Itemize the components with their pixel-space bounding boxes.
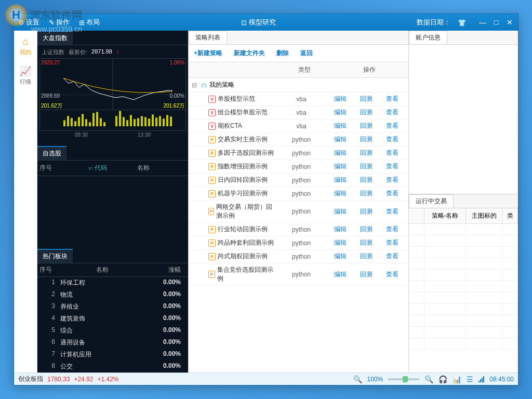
hot-sector-row[interactable]: 1环保工程0.00%	[37, 277, 188, 289]
collapse-icon[interactable]: ⊟	[192, 82, 199, 89]
col-code[interactable]: ≡↑代码	[88, 164, 137, 172]
strategy-row[interactable]: V单股模型示范vba编辑回测查看	[189, 92, 408, 106]
theme-icon[interactable]: 👕	[458, 19, 466, 26]
svg-rect-17	[126, 120, 128, 126]
file-type-icon: P	[208, 190, 216, 197]
strategy-row[interactable]: P网格交易（期货）回测示例python编辑回测查看	[189, 201, 408, 223]
strategy-row[interactable]: P跨式期权回测示例python编辑回测查看	[189, 250, 408, 263]
zoom-slider[interactable]	[388, 378, 419, 380]
zoom-in-icon[interactable]: 🔍	[424, 375, 433, 383]
edit-link[interactable]: 编辑	[334, 162, 347, 171]
minimize-button[interactable]: —	[478, 18, 487, 26]
strategy-row[interactable]: P机器学习回测示例python编辑回测查看	[189, 187, 408, 201]
zoom-out-icon[interactable]: 🔍	[353, 375, 362, 383]
edit-link[interactable]: 编辑	[334, 252, 347, 261]
edit-link[interactable]: 编辑	[334, 122, 347, 130]
new-strategy-button[interactable]: +新建策略	[194, 49, 222, 58]
strategy-row[interactable]: P集合竞价选股回测示例python编辑回测查看	[189, 263, 408, 286]
edit-link[interactable]: 编辑	[334, 189, 347, 198]
backtest-link[interactable]: 回测	[360, 122, 373, 130]
back-button[interactable]: 返回	[300, 49, 313, 58]
backtest-link[interactable]: 回测	[360, 162, 373, 171]
status-index-value: 1780.33	[47, 376, 70, 383]
col-name[interactable]: 名称	[137, 164, 186, 172]
edit-link[interactable]: 编辑	[334, 149, 347, 157]
close-button[interactable]: ✕	[506, 18, 514, 26]
maximize-button[interactable]: □	[492, 18, 500, 26]
edit-link[interactable]: 编辑	[334, 270, 347, 279]
strategy-row[interactable]: P指数增强回测示例python编辑回测查看	[189, 160, 408, 174]
strategy-row[interactable]: P行业轮动回测示例python编辑回测查看	[189, 223, 408, 236]
strategy-row[interactable]: P日内回转回测示例python编辑回测查看	[189, 174, 408, 187]
edit-link[interactable]: 编辑	[334, 176, 347, 184]
watermark-text: 河东软件网	[30, 8, 82, 22]
strategy-row[interactable]: V期权CTAvba编辑回测查看	[189, 119, 408, 133]
view-link[interactable]: 查看	[386, 176, 398, 184]
left-nav: ⌂ 我的 📈 行情	[14, 31, 37, 373]
svg-rect-13	[103, 122, 105, 126]
watchlist-tab[interactable]: 自选股	[37, 146, 66, 160]
view-link[interactable]: 查看	[386, 225, 398, 234]
index-price: 2871.98	[91, 48, 112, 56]
edit-link[interactable]: 编辑	[334, 225, 347, 234]
backtest-link[interactable]: 回测	[360, 238, 373, 247]
edit-link[interactable]: 编辑	[334, 207, 347, 216]
hot-sector-row[interactable]: 2物流0.00%	[37, 289, 188, 301]
hot-sector-row[interactable]: 7计算机应用0.00%	[37, 349, 188, 361]
status-index-pct: +1.42%	[97, 376, 118, 383]
backtest-link[interactable]: 回测	[360, 135, 373, 144]
backtest-link[interactable]: 回测	[360, 207, 373, 216]
view-link[interactable]: 查看	[386, 238, 398, 247]
hot-sector-row[interactable]: 4建筑装饰0.00%	[37, 313, 188, 325]
backtest-link[interactable]: 回测	[360, 225, 373, 234]
view-link[interactable]: 查看	[386, 95, 398, 103]
backtest-link[interactable]: 回测	[360, 176, 373, 184]
nav-my[interactable]: ⌂ 我的	[20, 36, 31, 56]
chart-vol-r: 201.62万	[163, 102, 184, 110]
view-link[interactable]: 查看	[386, 108, 398, 117]
chart-midpct: 0.00%	[170, 93, 184, 99]
hot-sector-row[interactable]: 8公交0.00%	[37, 361, 188, 373]
chart-toggle-icon[interactable]: 📊	[453, 375, 461, 383]
edit-link[interactable]: 编辑	[334, 108, 347, 117]
hot-sector-row[interactable]: 3养殖业0.00%	[37, 301, 188, 313]
edit-link[interactable]: 编辑	[334, 135, 347, 144]
view-link[interactable]: 查看	[386, 135, 398, 144]
view-link[interactable]: 查看	[386, 252, 398, 261]
backtest-link[interactable]: 回测	[360, 189, 373, 198]
view-link[interactable]: 查看	[386, 207, 398, 216]
running-body	[409, 224, 518, 373]
hot-sector-row[interactable]: 5综合0.00%	[37, 325, 188, 337]
strategy-list-tab[interactable]: 策略列表	[189, 31, 227, 44]
edit-link[interactable]: 编辑	[334, 238, 347, 247]
view-link[interactable]: 查看	[386, 149, 398, 157]
file-type-icon: P	[208, 177, 216, 184]
view-link[interactable]: 查看	[386, 122, 398, 130]
backtest-link[interactable]: 回测	[360, 252, 373, 261]
backtest-link[interactable]: 回测	[360, 108, 373, 117]
backtest-link[interactable]: 回测	[360, 270, 373, 279]
list-icon[interactable]: ☰	[467, 375, 473, 383]
delete-button[interactable]: 删除	[276, 49, 289, 58]
svg-rect-20	[137, 118, 139, 126]
headset-icon[interactable]: 🎧	[438, 375, 447, 383]
app-title-icon: ⊡	[241, 19, 247, 26]
view-link[interactable]: 查看	[386, 270, 398, 279]
backtest-link[interactable]: 回测	[360, 95, 373, 103]
strategy-root-folder[interactable]: ⊟ 🗀 我的策略	[189, 78, 408, 92]
new-folder-button[interactable]: 新建文件夹	[234, 49, 265, 58]
strategy-row[interactable]: P交易实时主推示例python编辑回测查看	[189, 133, 408, 147]
strategy-row[interactable]: P跨品种套利回测示例python编辑回测查看	[189, 236, 408, 250]
account-info-tab[interactable]: 账户信息	[409, 31, 447, 44]
backtest-link[interactable]: 回测	[360, 149, 373, 157]
running-trades-tab[interactable]: 运行中交易	[409, 194, 454, 208]
nav-market[interactable]: 📈 行情	[20, 65, 31, 86]
hot-sector-row[interactable]: 6通用设备0.00%	[37, 337, 188, 349]
view-link[interactable]: 查看	[386, 189, 398, 198]
col-seq[interactable]: 序号	[39, 164, 88, 172]
view-link[interactable]: 查看	[386, 162, 398, 171]
strategy-row[interactable]: P多因子选股回测示例python编辑回测查看	[189, 147, 408, 160]
strategy-row[interactable]: V组合模型单股示范vba编辑回测查看	[189, 106, 408, 119]
hot-sectors-tab[interactable]: 热门板块	[37, 249, 73, 263]
edit-link[interactable]: 编辑	[334, 95, 347, 103]
